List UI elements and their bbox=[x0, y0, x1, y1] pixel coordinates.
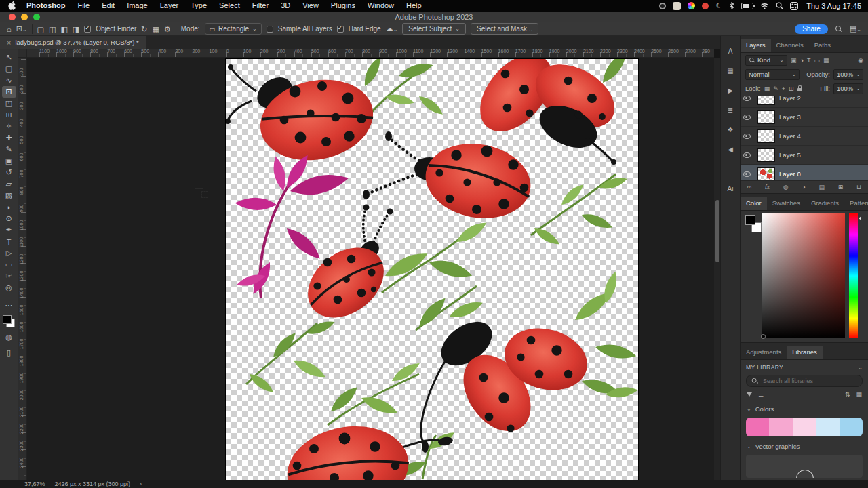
ai-panel-icon[interactable]: Ai bbox=[723, 183, 738, 194]
filter-icon[interactable] bbox=[747, 392, 752, 396]
screen-record-icon[interactable] bbox=[659, 3, 666, 9]
settings-gear-icon[interactable]: ⚙ bbox=[164, 22, 171, 36]
layer-visibility-toggle[interactable] bbox=[741, 96, 753, 107]
frame-tool[interactable]: ⊞ bbox=[2, 109, 16, 121]
ruler-origin-corner[interactable] bbox=[18, 49, 27, 58]
document-artwork[interactable] bbox=[226, 59, 638, 480]
layer-effects-icon[interactable]: fx bbox=[765, 184, 770, 190]
actions-panel-icon[interactable]: ▶ bbox=[723, 85, 738, 96]
tab-libraries[interactable]: Libraries bbox=[787, 346, 822, 359]
menu-select[interactable]: Select bbox=[213, 0, 246, 12]
type-tool[interactable]: T bbox=[2, 236, 16, 247]
adjustment-layer-icon[interactable]: ◑ bbox=[802, 184, 805, 190]
crop-tool[interactable]: ◰ bbox=[2, 98, 16, 109]
color-panel-swatches[interactable] bbox=[745, 215, 762, 232]
hard-edge-checkbox[interactable] bbox=[337, 26, 344, 33]
layer-row[interactable]: Layer 0 bbox=[741, 165, 868, 180]
window-minimize-button[interactable] bbox=[21, 14, 28, 20]
share-button[interactable]: Share bbox=[795, 24, 828, 34]
brushes-panel-icon[interactable]: ❖ bbox=[723, 124, 738, 135]
library-color-swatch[interactable] bbox=[816, 418, 839, 436]
library-search-box[interactable] bbox=[746, 375, 863, 387]
tab-gradients[interactable]: Gradients bbox=[806, 197, 844, 210]
lock-artboard-icon[interactable]: ⊞ bbox=[789, 85, 794, 92]
menu-photoshop[interactable]: Photoshop bbox=[20, 0, 71, 12]
layer-thumbnail[interactable] bbox=[757, 110, 775, 124]
close-icon[interactable]: × bbox=[7, 39, 11, 47]
kind-filter-dropdown[interactable]: Kind ⌄ bbox=[745, 55, 787, 66]
tool-preset-icon[interactable]: ⊡⌄ bbox=[16, 22, 27, 37]
fill-field[interactable]: 100%⌄ bbox=[833, 83, 863, 94]
object-finder-checkbox[interactable] bbox=[84, 26, 91, 33]
layer-group-icon[interactable]: ▤ bbox=[819, 184, 825, 190]
subtract-selection-icon[interactable]: ◧ bbox=[60, 22, 67, 36]
menu-plugins[interactable]: Plugins bbox=[325, 0, 361, 12]
tab-paths[interactable]: Paths bbox=[809, 39, 836, 52]
control-center-icon[interactable] bbox=[790, 2, 798, 10]
layer-visibility-toggle[interactable] bbox=[741, 127, 753, 145]
new-selection-icon[interactable]: ▢ bbox=[37, 22, 44, 36]
filter-toggle-icon[interactable]: ◉ bbox=[858, 57, 863, 64]
layer-thumbnail[interactable] bbox=[757, 129, 775, 143]
path-selection-tool[interactable]: ▷ bbox=[2, 247, 16, 259]
history-brush-tool[interactable]: ↺ bbox=[2, 167, 16, 178]
wifi-icon[interactable] bbox=[760, 3, 769, 9]
hue-slider[interactable] bbox=[849, 214, 858, 338]
tab-layers[interactable]: Layers bbox=[741, 39, 771, 52]
filter-type-icon[interactable]: T bbox=[807, 57, 811, 64]
menu-3d[interactable]: 3D bbox=[275, 0, 296, 12]
window-zoom-button[interactable] bbox=[33, 14, 40, 20]
layer-visibility-toggle[interactable] bbox=[741, 146, 753, 164]
move-tool[interactable]: ↖ bbox=[2, 52, 16, 63]
screen-mode-icon[interactable]: ▯ bbox=[2, 347, 16, 359]
menu-type[interactable]: Type bbox=[184, 0, 213, 12]
color-wheel-app-icon[interactable] bbox=[688, 2, 695, 9]
status-chevron-icon[interactable]: › bbox=[140, 481, 142, 487]
pen-tool[interactable]: ✒ bbox=[2, 224, 16, 236]
search-icon[interactable] bbox=[835, 26, 842, 33]
canvas-vertical-scrollbar[interactable] bbox=[714, 58, 720, 480]
colors-section-header[interactable]: ⌄ Colors bbox=[741, 401, 868, 415]
menu-file[interactable]: File bbox=[71, 0, 96, 12]
layer-visibility-toggle[interactable] bbox=[741, 108, 753, 126]
library-color-swatch[interactable] bbox=[793, 418, 816, 436]
eyedropper-tool[interactable]: ✧ bbox=[2, 121, 16, 132]
filter-shape-icon[interactable]: ▭ bbox=[814, 57, 820, 64]
link-layers-icon[interactable]: ∞ bbox=[747, 184, 751, 190]
library-color-swatch[interactable] bbox=[840, 418, 863, 436]
layer-thumbnail[interactable] bbox=[757, 167, 775, 181]
menu-filter[interactable]: Filter bbox=[246, 0, 275, 12]
layer-row[interactable]: Layer 5 bbox=[741, 146, 868, 165]
filter-image-icon[interactable]: ▣ bbox=[791, 57, 797, 64]
lock-all-icon[interactable] bbox=[797, 88, 802, 92]
filter-smart-object-icon[interactable]: ▦ bbox=[823, 57, 829, 64]
layer-row[interactable]: Layer 2 bbox=[741, 96, 868, 108]
lock-position-icon[interactable]: + bbox=[782, 85, 785, 92]
saturation-brightness-picker[interactable] bbox=[762, 214, 845, 338]
tab-adjustments[interactable]: Adjustments bbox=[741, 346, 787, 359]
delete-layer-icon[interactable]: ⊔ bbox=[856, 184, 861, 190]
object-selection-tool[interactable]: ⊡ bbox=[2, 86, 16, 98]
menu-window[interactable]: Window bbox=[361, 0, 400, 12]
refresh-icon[interactable]: ↻ bbox=[141, 22, 147, 36]
apple-menu-icon[interactable] bbox=[8, 1, 16, 11]
workspace-switcher-icon[interactable]: ▤⌄ bbox=[850, 22, 861, 37]
properties-panel-icon[interactable]: ☰ bbox=[723, 163, 738, 174]
scrollbar-thumb[interactable] bbox=[715, 200, 719, 262]
expand-panels-icon[interactable]: ◀ bbox=[723, 144, 738, 155]
layer-visibility-toggle[interactable] bbox=[741, 165, 753, 180]
library-color-swatch[interactable] bbox=[769, 418, 792, 436]
spotlight-icon[interactable] bbox=[776, 2, 783, 9]
hand-tool[interactable]: ☞ bbox=[2, 270, 16, 282]
lock-pixels-icon[interactable]: ✎ bbox=[773, 85, 778, 92]
menu-help[interactable]: Help bbox=[400, 0, 428, 12]
new-layer-icon[interactable]: ⊞ bbox=[838, 184, 844, 190]
hue-slider-marker[interactable] bbox=[859, 216, 861, 220]
battery-icon[interactable] bbox=[741, 3, 753, 9]
brush-tool[interactable]: ✎ bbox=[2, 144, 16, 155]
sort-icon[interactable]: ⇅ bbox=[845, 391, 850, 398]
menu-layer[interactable]: Layer bbox=[154, 0, 185, 12]
healing-brush-tool[interactable]: ✚ bbox=[2, 132, 16, 144]
dodge-tool[interactable]: ⊙ bbox=[2, 213, 16, 224]
mode-dropdown[interactable]: ▭ Rectangle ⌄ bbox=[205, 23, 262, 35]
